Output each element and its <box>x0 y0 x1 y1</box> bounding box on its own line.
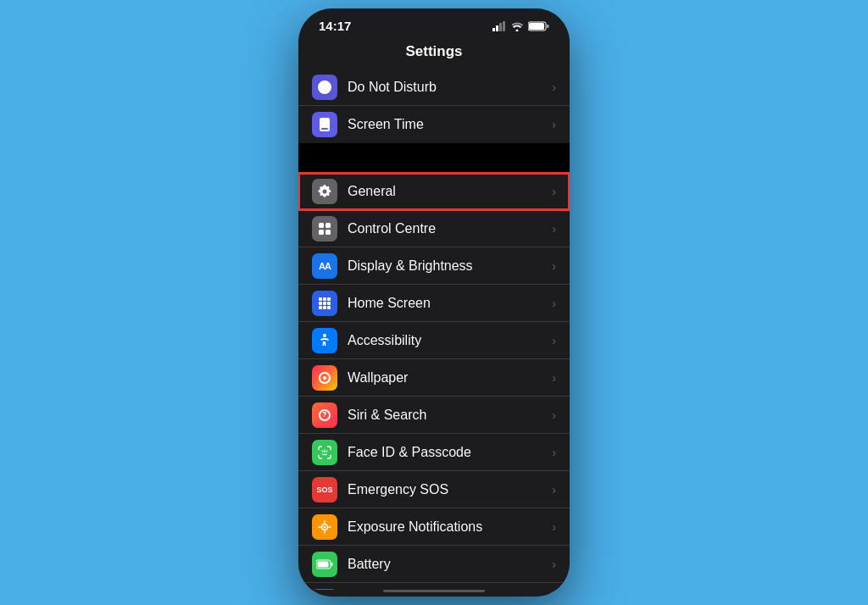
wallpaper-icon <box>312 365 337 391</box>
general-chevron: › <box>552 185 556 198</box>
screen-title: Settings <box>298 36 570 69</box>
accessibility-label: Accessibility <box>348 333 548 348</box>
privacy-item[interactable]: Privacy › <box>298 583 570 590</box>
home-screen-icon <box>312 291 337 316</box>
svg-rect-12 <box>326 223 331 228</box>
battery-item[interactable]: Battery › <box>298 546 570 583</box>
svg-point-25 <box>323 376 326 380</box>
svg-rect-0 <box>492 28 495 31</box>
control-centre-icon <box>312 216 337 241</box>
svg-point-27 <box>326 450 328 452</box>
display-brightness-label: Display & Brightness <box>348 258 548 274</box>
signal-icon <box>492 21 506 31</box>
exposure-icon <box>312 514 337 540</box>
display-brightness-chevron: › <box>552 259 556 273</box>
general-icon <box>312 179 337 204</box>
battery-chevron: › <box>552 558 556 571</box>
status-bar: 14:17 <box>298 8 570 36</box>
face-id-chevron: › <box>552 446 556 459</box>
status-time: 14:17 <box>319 19 351 33</box>
svg-rect-13 <box>319 230 324 235</box>
svg-rect-23 <box>327 306 331 309</box>
exposure-item[interactable]: Exposure Notifications › <box>298 508 570 546</box>
home-screen-item[interactable]: Home Screen › <box>298 285 570 322</box>
screen-time-chevron: › <box>552 118 556 131</box>
general-item[interactable]: General › <box>298 173 570 210</box>
section-gap-1 <box>298 143 570 173</box>
do-not-disturb-chevron: › <box>552 80 556 94</box>
svg-point-24 <box>323 334 326 337</box>
svg-rect-21 <box>319 306 322 309</box>
face-id-icon <box>312 440 337 465</box>
wallpaper-label: Wallpaper <box>348 370 548 386</box>
siri-search-chevron: › <box>552 408 556 422</box>
svg-rect-18 <box>319 302 322 305</box>
wallpaper-chevron: › <box>552 371 556 385</box>
siri-search-label: Siri & Search <box>348 408 548 423</box>
svg-rect-14 <box>326 230 331 235</box>
accessibility-icon <box>312 328 337 353</box>
accessibility-chevron: › <box>552 334 556 347</box>
svg-rect-22 <box>323 306 326 309</box>
exposure-label: Exposure Notifications <box>348 519 548 535</box>
svg-rect-5 <box>529 23 544 30</box>
settings-list[interactable]: Do Not Disturb › Screen Time › <box>298 69 570 590</box>
do-not-disturb-label: Do Not Disturb <box>348 80 548 95</box>
face-id-item[interactable]: Face ID & Passcode › <box>298 434 570 471</box>
screen-time-item[interactable]: Screen Time › <box>298 106 570 143</box>
siri-search-item[interactable]: Siri & Search › <box>298 397 570 434</box>
wifi-icon <box>510 21 524 31</box>
face-id-label: Face ID & Passcode <box>348 445 548 460</box>
home-screen-label: Home Screen <box>348 296 548 311</box>
emergency-sos-item[interactable]: SOS Emergency SOS › <box>298 471 570 508</box>
screen-time-label: Screen Time <box>348 117 548 132</box>
svg-rect-6 <box>547 25 549 28</box>
svg-rect-11 <box>319 223 324 228</box>
exposure-chevron: › <box>552 520 556 534</box>
display-brightness-icon: AA <box>312 253 337 279</box>
svg-point-26 <box>322 450 324 452</box>
status-icons <box>492 21 549 31</box>
svg-rect-8 <box>321 128 328 130</box>
svg-rect-36 <box>318 561 329 567</box>
accessibility-item[interactable]: Accessibility › <box>298 322 570 359</box>
siri-search-icon <box>312 402 337 428</box>
svg-rect-16 <box>323 297 326 301</box>
svg-rect-19 <box>323 302 326 305</box>
svg-point-30 <box>324 525 326 528</box>
section-do-not-disturb: Do Not Disturb › Screen Time › <box>298 69 570 143</box>
phone-frame: 14:17 Settings <box>298 8 570 597</box>
svg-rect-1 <box>496 25 498 31</box>
emergency-sos-label: Emergency SOS <box>348 482 548 497</box>
emergency-sos-icon: SOS <box>312 477 337 502</box>
privacy-icon <box>312 589 337 590</box>
svg-rect-10 <box>322 125 326 126</box>
control-centre-label: Control Centre <box>348 221 548 236</box>
general-label: General <box>348 184 548 199</box>
home-screen-chevron: › <box>552 297 556 310</box>
screen-time-icon <box>312 112 337 137</box>
svg-rect-20 <box>327 302 331 305</box>
battery-icon <box>528 21 549 31</box>
do-not-disturb-icon <box>312 75 337 100</box>
home-indicator-bar <box>298 590 570 597</box>
section-general: General › Control Centre › AA Display <box>298 173 570 590</box>
svg-rect-15 <box>319 297 322 301</box>
emergency-sos-chevron: › <box>552 483 556 497</box>
svg-rect-3 <box>503 21 505 31</box>
svg-rect-2 <box>499 23 502 31</box>
display-brightness-item[interactable]: AA Display & Brightness › <box>298 247 570 285</box>
control-centre-item[interactable]: Control Centre › <box>298 210 570 247</box>
control-centre-chevron: › <box>552 222 556 236</box>
svg-rect-37 <box>331 563 333 566</box>
battery-label: Battery <box>348 557 548 572</box>
do-not-disturb-item[interactable]: Do Not Disturb › <box>298 69 570 106</box>
wallpaper-item[interactable]: Wallpaper › <box>298 359 570 397</box>
battery-icon <box>312 552 337 577</box>
svg-rect-17 <box>327 297 331 301</box>
